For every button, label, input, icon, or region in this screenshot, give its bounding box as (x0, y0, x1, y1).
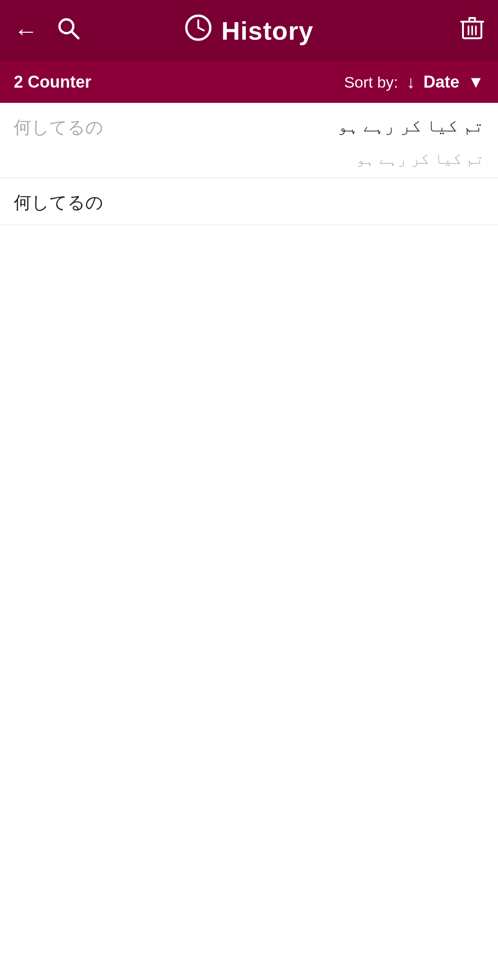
sub-header: 2 Counter Sort by: ↓ Date ▼ (0, 61, 498, 103)
header-right-actions (460, 15, 484, 47)
history-item-2[interactable]: 何してるの (0, 178, 498, 225)
top-header: ← History (0, 0, 498, 61)
counter-label: 2 Counter (14, 72, 91, 92)
content-area: 何してるの تم کیا کر رہے ہو تم کیا کر رہے ہو … (0, 103, 498, 980)
source-text-2: 何してるの (14, 191, 103, 214)
svg-line-1 (71, 31, 78, 38)
sort-down-arrow-icon: ↓ (406, 72, 415, 92)
history-item-row-2: 何してるの (14, 191, 484, 214)
history-item-row-1: 何してるの تم کیا کر رہے ہو (14, 116, 484, 149)
clock-icon (184, 14, 212, 48)
translated-text-secondary-1: تم کیا کر رہے ہو (356, 149, 484, 177)
header-center: History (184, 14, 314, 48)
svg-line-4 (198, 28, 204, 30)
search-icon[interactable] (56, 16, 80, 46)
page-title: History (221, 16, 314, 46)
history-item[interactable]: 何してるの تم کیا کر رہے ہو تم کیا کر رہے ہو (0, 103, 498, 178)
translated-text-primary-1: تم کیا کر رہے ہو (338, 116, 484, 136)
back-icon[interactable]: ← (14, 19, 38, 43)
sort-section[interactable]: Sort by: ↓ Date ▼ (344, 72, 484, 92)
header-left-actions: ← (14, 16, 80, 46)
sort-by-label: Sort by: (344, 73, 398, 91)
trash-icon[interactable] (460, 19, 484, 46)
sort-dropdown-icon[interactable]: ▼ (468, 72, 484, 92)
sort-date-label: Date (423, 72, 459, 92)
source-text-1: 何してるの (14, 116, 103, 139)
translated-text-secondary-row-1: تم کیا کر رہے ہو (14, 149, 484, 178)
